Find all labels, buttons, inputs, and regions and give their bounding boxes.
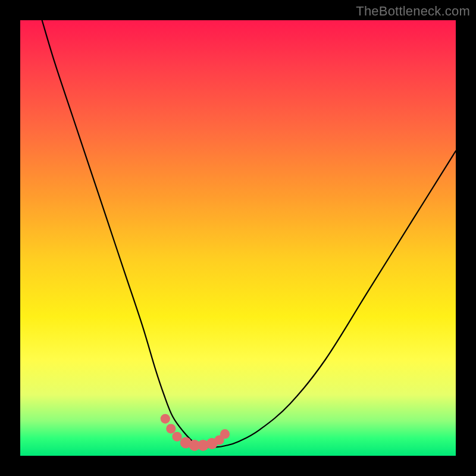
highlight-dot bbox=[161, 414, 170, 424]
highlight-dots bbox=[161, 414, 230, 451]
chart-frame: TheBottleneck.com bbox=[0, 0, 476, 476]
bottleneck-curve bbox=[42, 20, 456, 447]
highlight-dot bbox=[220, 429, 230, 439]
highlight-dot bbox=[172, 432, 181, 441]
highlight-dot bbox=[166, 424, 176, 434]
watermark-text: TheBottleneck.com bbox=[356, 4, 470, 19]
plot-area bbox=[20, 20, 456, 456]
curve-layer bbox=[20, 20, 456, 456]
